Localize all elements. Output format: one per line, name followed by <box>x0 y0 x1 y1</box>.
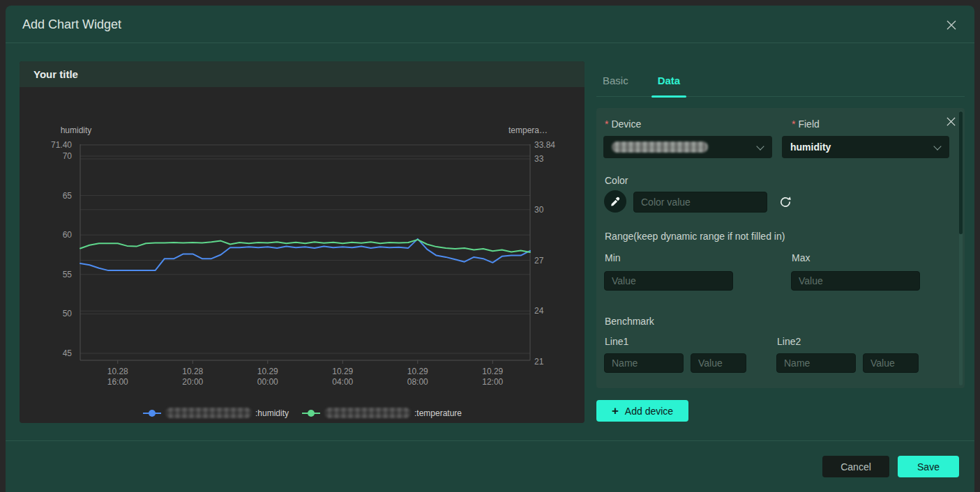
legend-label: :humidity <box>255 408 289 418</box>
close-icon <box>946 20 957 31</box>
field-label: *Field <box>792 118 820 130</box>
device-select[interactable] <box>603 136 772 158</box>
refresh-icon <box>778 195 792 209</box>
legend-item[interactable]: :humidity <box>142 408 289 418</box>
active-tab-underline <box>651 95 687 98</box>
svg-text:60: 60 <box>63 230 73 240</box>
svg-text:33.84: 33.84 <box>534 140 555 150</box>
close-icon <box>946 116 956 127</box>
range-min-input[interactable] <box>604 271 733 291</box>
svg-text:55: 55 <box>63 270 73 279</box>
svg-text:12:00: 12:00 <box>482 377 503 387</box>
svg-text:50: 50 <box>63 309 73 318</box>
range-max-input[interactable] <box>791 271 920 291</box>
legend-label: :temperature <box>414 408 462 418</box>
svg-text:08:00: 08:00 <box>407 377 428 387</box>
close-dialog-button[interactable] <box>945 19 958 31</box>
svg-text:10.29: 10.29 <box>407 367 428 376</box>
svg-text:10.29: 10.29 <box>257 367 278 376</box>
chart-title: Your title <box>20 61 585 87</box>
redacted-device-name <box>165 408 252 418</box>
reset-color-button[interactable] <box>778 194 793 210</box>
svg-text:70: 70 <box>63 151 73 161</box>
save-button[interactable]: Save <box>898 456 959 477</box>
line2-value-input[interactable] <box>863 353 919 373</box>
line1-label: Line1 <box>605 336 628 347</box>
svg-text:04:00: 04:00 <box>332 377 353 387</box>
svg-text:71.40: 71.40 <box>51 140 72 150</box>
color-label: Color <box>605 175 628 186</box>
add-device-button[interactable]: + Add device <box>596 400 688 422</box>
legend-item[interactable]: :temperature <box>301 408 462 418</box>
chart-legend: :humidity:temperature <box>20 408 585 418</box>
svg-text:30: 30 <box>534 205 544 215</box>
field-select[interactable]: humidity <box>782 136 949 158</box>
dialog-header: Add Chart Widget <box>6 6 974 43</box>
max-label: Max <box>792 252 810 263</box>
chart-preview-panel: Your title 71.4070656055504533.843330272… <box>20 61 585 423</box>
svg-text:tempera…: tempera… <box>508 125 548 135</box>
cancel-button[interactable]: Cancel <box>822 456 889 477</box>
svg-text:33: 33 <box>534 154 544 164</box>
svg-text:24: 24 <box>534 306 544 316</box>
settings-tabs: Basic Data <box>596 64 965 97</box>
svg-text:10.28: 10.28 <box>107 367 128 376</box>
eyedropper-icon <box>610 196 621 207</box>
range-label: Range(keep dynamic range if not filled i… <box>605 231 785 242</box>
svg-text:10.28: 10.28 <box>182 367 203 376</box>
tab-data[interactable]: Data <box>651 64 687 96</box>
line1-value-input[interactable] <box>691 353 746 373</box>
svg-text:10.29: 10.29 <box>482 367 503 376</box>
benchmark-label: Benchmark <box>605 316 654 327</box>
redacted-device-name <box>324 408 411 418</box>
svg-text:45: 45 <box>63 348 73 358</box>
line2-label: Line2 <box>777 336 801 347</box>
svg-text:65: 65 <box>63 191 73 201</box>
svg-text:20:00: 20:00 <box>182 377 203 387</box>
chevron-down-icon <box>756 142 764 150</box>
svg-text:16:00: 16:00 <box>107 377 128 387</box>
svg-text:humidity: humidity <box>61 125 92 135</box>
required-marker: * <box>605 118 608 130</box>
chevron-down-icon <box>933 142 941 150</box>
dialog-title: Add Chart Widget <box>22 6 121 43</box>
chart-canvas: 71.4070656055504533.84333027242110.2816:… <box>20 87 585 423</box>
line2-name-input[interactable] <box>776 353 856 373</box>
line1-name-input[interactable] <box>604 353 684 373</box>
scrollbar-thumb[interactable] <box>959 112 963 234</box>
add-device-label: Add device <box>625 406 673 417</box>
min-label: Min <box>605 252 621 263</box>
legend-line-marker-icon <box>301 409 321 417</box>
required-marker: * <box>792 118 795 130</box>
svg-text:21: 21 <box>534 357 544 367</box>
field-select-value: humidity <box>790 141 831 153</box>
device-label: *Device <box>605 118 641 130</box>
svg-text:10.29: 10.29 <box>332 367 353 376</box>
tab-data-label: Data <box>658 75 681 86</box>
device-name-redacted <box>612 141 708 153</box>
svg-text:00:00: 00:00 <box>257 377 278 387</box>
legend-line-marker-icon <box>142 409 162 417</box>
scrollbar-track[interactable] <box>959 111 963 385</box>
color-picker-button[interactable] <box>604 190 626 213</box>
device-data-block: *Device *Field humidity Color Range(keep <box>596 108 965 388</box>
footer-divider <box>6 440 974 441</box>
svg-text:27: 27 <box>534 256 544 266</box>
chart-title-bar: Your title <box>20 61 585 87</box>
color-value-input[interactable] <box>633 192 767 213</box>
tab-basic[interactable]: Basic <box>596 64 635 96</box>
plus-icon: + <box>612 405 619 417</box>
add-chart-widget-dialog: Add Chart Widget Your title 71.407065605… <box>6 6 974 492</box>
preview-chart-svg: 71.4070656055504533.84333027242110.2816:… <box>20 87 585 423</box>
remove-device-block-button[interactable] <box>945 116 956 127</box>
